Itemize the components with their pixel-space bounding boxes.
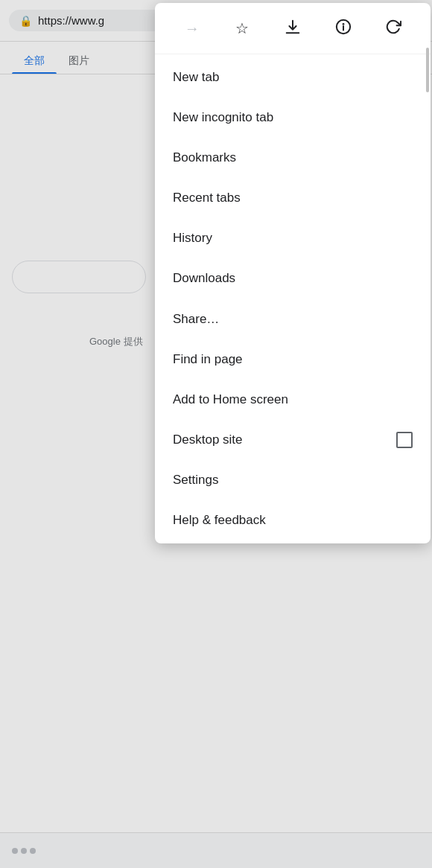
menu-items-list: New tab New incognito tab Bookmarks Rece… xyxy=(155,54,431,543)
menu-item-bookmarks[interactable]: Bookmarks xyxy=(155,138,431,178)
download-icon xyxy=(285,19,301,39)
menu-item-add-to-home-screen[interactable]: Add to Home screen xyxy=(155,380,431,420)
menu-item-share[interactable]: Share… xyxy=(155,299,431,339)
desktop-site-checkbox[interactable] xyxy=(396,432,413,448)
menu-item-settings[interactable]: Settings xyxy=(155,460,431,500)
info-icon xyxy=(335,19,352,39)
menu-item-find-in-page[interactable]: Find in page xyxy=(155,339,431,380)
refresh-button[interactable] xyxy=(377,12,410,45)
menu-item-desktop-site[interactable]: Desktop site xyxy=(155,420,431,460)
dropdown-menu: → ☆ xyxy=(155,3,431,543)
toolbar-row: → ☆ xyxy=(155,3,431,54)
forward-icon: → xyxy=(185,20,200,37)
menu-item-new-incognito-tab[interactable]: New incognito tab xyxy=(155,98,431,138)
menu-item-downloads[interactable]: Downloads xyxy=(155,258,431,299)
info-button[interactable] xyxy=(327,12,360,45)
menu-item-help-feedback[interactable]: Help & feedback xyxy=(155,500,431,540)
scrollbar[interactable] xyxy=(426,48,429,92)
download-button[interactable] xyxy=(276,12,309,45)
bookmark-button[interactable]: ☆ xyxy=(226,12,258,45)
bookmark-icon: ☆ xyxy=(235,19,249,37)
menu-item-history[interactable]: History xyxy=(155,218,431,258)
refresh-icon xyxy=(385,19,401,39)
menu-item-new-tab[interactable]: New tab xyxy=(155,57,431,98)
menu-item-recent-tabs[interactable]: Recent tabs xyxy=(155,178,431,218)
forward-button[interactable]: → xyxy=(176,12,209,45)
